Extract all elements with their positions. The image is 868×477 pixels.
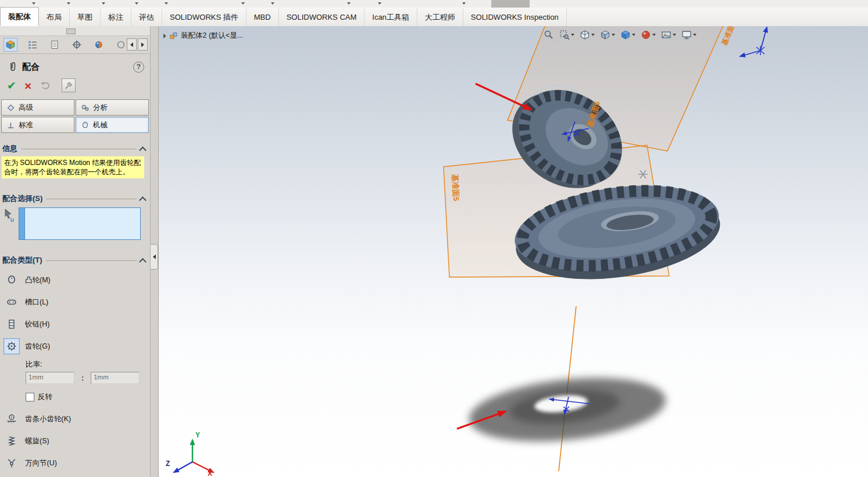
mate-type-cam[interactable]: 凸轮(M) bbox=[3, 271, 150, 289]
pin-button[interactable] bbox=[62, 78, 76, 92]
mate-type-hinge[interactable]: 铰链(H) bbox=[3, 315, 150, 333]
toolbar-caret-icon[interactable] bbox=[67, 2, 70, 5]
dropdown-caret-icon[interactable] bbox=[591, 34, 595, 36]
display-style-cube-icon bbox=[600, 30, 610, 40]
toolbar-caret-icon[interactable] bbox=[462, 2, 466, 5]
panel-grip[interactable] bbox=[66, 28, 76, 34]
toolbar-caret-icon[interactable] bbox=[32, 2, 35, 5]
dropdown-caret-icon[interactable] bbox=[693, 34, 696, 36]
mate-type-label: 槽口(L) bbox=[25, 297, 48, 307]
standard-mates-icon bbox=[6, 121, 15, 130]
collapse-left-icon bbox=[153, 254, 156, 259]
cam-mate-icon bbox=[6, 274, 17, 286]
plane-label-left[interactable]: 基准面5 bbox=[451, 174, 460, 201]
toolbar-caret-icon[interactable] bbox=[347, 2, 351, 5]
ribbon-tab-ican-toolbox[interactable]: Ican工具箱 bbox=[365, 8, 417, 26]
gear-mate-selected-button[interactable] bbox=[3, 338, 20, 354]
zoom-fit-button[interactable] bbox=[542, 29, 555, 41]
chevron-up-icon[interactable] bbox=[139, 258, 147, 266]
ribbon-tab-layout[interactable]: 布局 bbox=[39, 8, 70, 26]
dropdown-caret-icon[interactable] bbox=[612, 34, 615, 36]
pane-tab-featuremanager[interactable] bbox=[26, 38, 40, 52]
ribbon-tab-engineer[interactable]: 大工程师 bbox=[417, 8, 463, 26]
mate-types-group-header[interactable]: 配合类型(T) bbox=[0, 255, 150, 266]
tree-flyout-arrow[interactable] bbox=[163, 34, 166, 38]
mate-type-gear[interactable]: 齿轮(G) bbox=[3, 338, 150, 355]
dropdown-caret-icon[interactable] bbox=[652, 34, 656, 36]
assembly-document-icon bbox=[169, 31, 178, 40]
triad-x-label: X bbox=[208, 469, 212, 477]
pane-tab-more[interactable] bbox=[114, 38, 128, 52]
mode-tab-advanced[interactable]: 高级 bbox=[1, 99, 74, 116]
ribbon-tab-addins[interactable]: SOLIDWORKS 插件 bbox=[162, 8, 247, 26]
toolbar-caret-icon[interactable] bbox=[271, 2, 274, 5]
extra-pane-icon bbox=[116, 40, 126, 49]
mate-type-label: 齿轮(G) bbox=[25, 342, 50, 352]
pane-tab-dimxpertmanager[interactable] bbox=[70, 38, 84, 52]
breadcrumb: 装配体2 (默认<显... bbox=[163, 31, 243, 41]
mate-type-screw[interactable]: 螺旋(S) bbox=[3, 432, 150, 450]
toolbar-caret-icon[interactable] bbox=[241, 2, 245, 5]
dropdown-caret-icon[interactable] bbox=[632, 34, 635, 36]
graphics-area[interactable]: 基准面5 基准面5 基准面4 bbox=[159, 26, 868, 477]
ribbon-tab-assembly[interactable]: 装配体 bbox=[0, 7, 39, 26]
pane-tabs-scroll-left-button[interactable] bbox=[127, 38, 137, 51]
info-group-header[interactable]: 信息 bbox=[0, 144, 150, 154]
chevron-up-icon[interactable] bbox=[139, 146, 147, 154]
orientation-triad[interactable]: Y X Z bbox=[166, 431, 213, 477]
cancel-button[interactable]: × bbox=[24, 80, 31, 92]
reverse-checkbox[interactable] bbox=[26, 393, 34, 401]
mate-type-universal-joint[interactable]: 万向节(U) bbox=[3, 454, 150, 472]
plane-label-corner[interactable]: 基准面4 bbox=[720, 26, 737, 47]
pane-tabs-scroll-right-button[interactable] bbox=[138, 38, 148, 51]
view-orientation-button[interactable] bbox=[578, 29, 596, 41]
screw-mate-icon bbox=[6, 435, 17, 447]
mode-tab-mechanical[interactable]: 机械 bbox=[76, 117, 149, 133]
dropdown-caret-icon[interactable] bbox=[673, 34, 676, 36]
toolbar-caret-icon[interactable] bbox=[165, 2, 168, 5]
mode-tab-analysis[interactable]: 分析 bbox=[76, 99, 149, 116]
toolbar-caret-icon[interactable] bbox=[102, 2, 105, 5]
feature-tree-icon bbox=[28, 40, 37, 49]
hide-show-items-icon bbox=[620, 30, 631, 40]
mate-selection-box[interactable] bbox=[19, 207, 141, 240]
ratio-input-1[interactable]: 1mm bbox=[26, 372, 74, 384]
ratio-input-2[interactable]: 1mm bbox=[91, 372, 140, 384]
pane-tab-configurationmanager[interactable] bbox=[48, 38, 62, 52]
toolbar-caret-icon[interactable] bbox=[378, 2, 381, 5]
analysis-gears-icon bbox=[81, 103, 90, 112]
toolbar-caret-icon[interactable] bbox=[135, 2, 138, 5]
ribbon-tab-annotation[interactable]: 标注 bbox=[101, 8, 131, 26]
mechanical-mates-icon bbox=[81, 121, 90, 130]
mate-selection-group-header[interactable]: 配合选择(S) bbox=[0, 193, 150, 204]
mate-type-slot[interactable]: 槽口(L) bbox=[3, 293, 150, 311]
pane-tab-displaymanager[interactable] bbox=[92, 38, 106, 52]
help-icon[interactable]: ? bbox=[133, 62, 144, 73]
zoom-area-button[interactable] bbox=[558, 29, 576, 41]
mate-type-rack-pinion[interactable]: 齿条小齿轮(K) bbox=[3, 410, 150, 428]
mate-type-label: 螺旋(S) bbox=[25, 436, 49, 446]
ribbon-tab-mbd[interactable]: MBD bbox=[247, 8, 279, 26]
dropdown-caret-icon[interactable] bbox=[571, 34, 574, 36]
ribbon-tab-cam[interactable]: SOLIDWORKS CAM bbox=[279, 8, 365, 26]
display-style-button[interactable] bbox=[599, 29, 616, 41]
triad-y-label: Y bbox=[195, 431, 200, 439]
mode-tab-label: 高级 bbox=[19, 103, 33, 113]
divider bbox=[46, 199, 137, 199]
edit-appearance-ball-icon bbox=[641, 30, 651, 40]
ribbon-tab-sketch[interactable]: 草图 bbox=[70, 8, 101, 26]
chevron-up-icon[interactable] bbox=[139, 196, 147, 204]
edit-appearance-button[interactable] bbox=[640, 29, 657, 41]
document-name[interactable]: 装配体2 (默认<显... bbox=[181, 31, 243, 41]
pane-tab-propertymanager[interactable] bbox=[3, 38, 17, 52]
ribbon-tab-inspection[interactable]: SOLIDWORKS Inspection bbox=[463, 8, 567, 26]
view-settings-button[interactable] bbox=[680, 29, 698, 41]
apply-scene-button[interactable] bbox=[660, 29, 677, 41]
ok-button[interactable]: ✔ bbox=[7, 80, 16, 91]
mate-types-header-label: 配合类型(T) bbox=[2, 255, 42, 266]
undo-icon[interactable] bbox=[40, 80, 51, 91]
hide-show-items-button[interactable] bbox=[619, 29, 637, 41]
mode-tab-standard[interactable]: 标准 bbox=[1, 117, 74, 133]
panel-collapse-button[interactable] bbox=[151, 244, 158, 270]
ribbon-tab-evaluate[interactable]: 评估 bbox=[131, 8, 162, 26]
